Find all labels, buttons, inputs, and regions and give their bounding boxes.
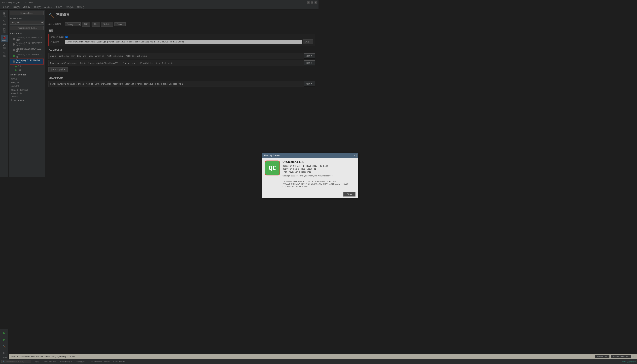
app-name: Qt Creator 4.11.1 xyxy=(282,160,318,164)
qt-creator-logo: QC xyxy=(265,160,280,176)
from-revision: From revision b2ddeacfb5 xyxy=(282,171,318,173)
dialog-titlebar: About Qt Creator ✕ xyxy=(262,153,318,158)
dialog-body: QC Qt Creator 4.11.1 Based on Qt 5.14.1 … xyxy=(262,158,318,182)
dialog-overlay: About Qt Creator ✕ QC Qt Creator 4.11.1 … xyxy=(0,0,318,182)
dialog-info: Qt Creator 4.11.1 Based on Qt 5.14.1 (MS… xyxy=(282,160,318,182)
built-on: Built on Feb 5 2020 10:36:21 xyxy=(282,168,318,170)
about-dialog: About Qt Creator ✕ QC Qt Creator 4.11.1 … xyxy=(262,153,318,182)
copyright-text: Copyright 2008-2019 The Qt Company Ltd. … xyxy=(282,174,318,182)
based-on-qt: Based on Qt 5.14.1 (MSVC 2017, 32 bit) xyxy=(282,165,318,167)
logo-text: QC xyxy=(269,164,276,171)
dialog-title: About Qt Creator xyxy=(264,154,280,156)
